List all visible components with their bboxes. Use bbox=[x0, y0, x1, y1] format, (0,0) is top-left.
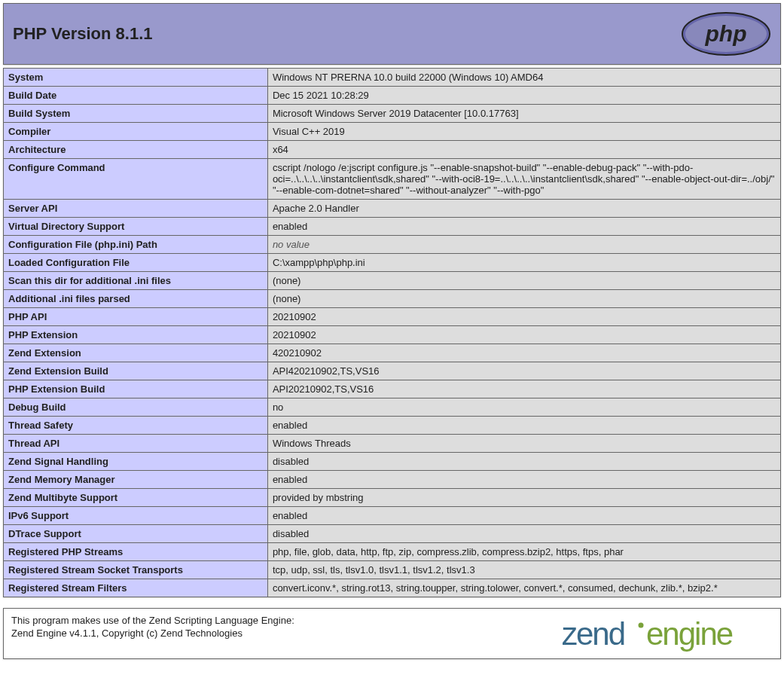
svg-point-4 bbox=[639, 623, 644, 628]
table-row: Zend Extension420210902 bbox=[4, 344, 781, 362]
table-row: SystemWindows NT PRERNA 10.0 build 22000… bbox=[4, 69, 781, 87]
info-value: Dec 15 2021 10:28:29 bbox=[267, 87, 780, 105]
info-label: Architecture bbox=[4, 141, 268, 159]
page-title: PHP Version 8.1.1 bbox=[13, 24, 152, 44]
table-row: Configure Commandcscript /nologo /e:jscr… bbox=[4, 159, 781, 200]
info-value: convert.iconv.*, string.rot13, string.to… bbox=[267, 579, 780, 597]
table-row: Configuration File (php.ini) Pathno valu… bbox=[4, 236, 781, 254]
table-row: PHP Extension BuildAPI20210902,TS,VS16 bbox=[4, 380, 781, 398]
info-label: Virtual Directory Support bbox=[4, 218, 268, 236]
info-value: enabled bbox=[267, 507, 780, 525]
info-label: Zend Extension Build bbox=[4, 362, 268, 380]
info-label: Registered PHP Streams bbox=[4, 543, 268, 561]
info-label: Compiler bbox=[4, 123, 268, 141]
info-value: x64 bbox=[267, 141, 780, 159]
info-label: Registered Stream Filters bbox=[4, 579, 268, 597]
info-label: Zend Multibyte Support bbox=[4, 489, 268, 507]
info-value: no value bbox=[267, 236, 780, 254]
info-value: (none) bbox=[267, 272, 780, 290]
table-row: Thread APIWindows Threads bbox=[4, 435, 781, 453]
info-label: Build System bbox=[4, 105, 268, 123]
svg-text:php: php bbox=[705, 21, 747, 46]
info-value: Apache 2.0 Handler bbox=[267, 200, 780, 218]
info-value: enabled bbox=[267, 417, 780, 435]
info-label: Thread Safety bbox=[4, 417, 268, 435]
table-row: Build SystemMicrosoft Windows Server 201… bbox=[4, 105, 781, 123]
info-value: no bbox=[267, 398, 780, 417]
info-value: API420210902,TS,VS16 bbox=[267, 362, 780, 380]
info-value: Windows NT PRERNA 10.0 build 22000 (Wind… bbox=[267, 69, 780, 87]
info-label: IPv6 Support bbox=[4, 507, 268, 525]
zend-credits: This program makes use of the Zend Scrip… bbox=[3, 608, 781, 659]
info-value: provided by mbstring bbox=[267, 489, 780, 507]
zend-line1: This program makes use of the Zend Scrip… bbox=[11, 615, 294, 626]
info-value: disabled bbox=[267, 525, 780, 543]
table-row: Zend Memory Managerenabled bbox=[4, 471, 781, 489]
svg-text:zend: zend bbox=[562, 616, 624, 652]
info-value: enabled bbox=[267, 218, 780, 236]
table-row: Zend Extension BuildAPI420210902,TS,VS16 bbox=[4, 362, 781, 380]
info-label: Thread API bbox=[4, 435, 268, 453]
table-row: Registered Stream Filtersconvert.iconv.*… bbox=[4, 579, 781, 597]
info-label: PHP Extension Build bbox=[4, 380, 268, 398]
table-row: Loaded Configuration FileC:\xampp\php\ph… bbox=[4, 254, 781, 272]
zend-engine-logo-icon: zend engine bbox=[562, 615, 773, 652]
info-value: Windows Threads bbox=[267, 435, 780, 453]
info-value: enabled bbox=[267, 471, 780, 489]
info-value: tcp, udp, ssl, tls, tlsv1.0, tlsv1.1, tl… bbox=[267, 561, 780, 579]
info-label: Debug Build bbox=[4, 398, 268, 417]
info-value: Visual C++ 2019 bbox=[267, 123, 780, 141]
table-row: PHP Extension20210902 bbox=[4, 326, 781, 344]
info-value: 20210902 bbox=[267, 326, 780, 344]
info-label: Additional .ini files parsed bbox=[4, 290, 268, 308]
info-label: Zend Signal Handling bbox=[4, 453, 268, 471]
phpinfo-table: SystemWindows NT PRERNA 10.0 build 22000… bbox=[3, 68, 781, 597]
table-row: Server APIApache 2.0 Handler bbox=[4, 200, 781, 218]
table-row: Zend Multibyte Supportprovided by mbstri… bbox=[4, 489, 781, 507]
info-label: System bbox=[4, 69, 268, 87]
info-value: disabled bbox=[267, 453, 780, 471]
info-value: php, file, glob, data, http, ftp, zip, c… bbox=[267, 543, 780, 561]
info-label: Server API bbox=[4, 200, 268, 218]
table-row: Registered Stream Socket Transportstcp, … bbox=[4, 561, 781, 579]
info-value: C:\xampp\php\php.ini bbox=[267, 254, 780, 272]
table-row: Registered PHP Streamsphp, file, glob, d… bbox=[4, 543, 781, 561]
zend-line2: Zend Engine v4.1.1, Copyright (c) Zend T… bbox=[11, 628, 243, 639]
table-row: Thread Safetyenabled bbox=[4, 417, 781, 435]
info-value: 20210902 bbox=[267, 308, 780, 326]
table-row: DTrace Supportdisabled bbox=[4, 525, 781, 543]
info-label: PHP API bbox=[4, 308, 268, 326]
info-label: Zend Extension bbox=[4, 344, 268, 362]
info-value: 420210902 bbox=[267, 344, 780, 362]
table-row: Additional .ini files parsed(none) bbox=[4, 290, 781, 308]
info-value: (none) bbox=[267, 290, 780, 308]
zend-text: This program makes use of the Zend Scrip… bbox=[11, 615, 294, 640]
table-row: Debug Buildno bbox=[4, 398, 781, 417]
info-label: Configure Command bbox=[4, 159, 268, 200]
info-value: API20210902,TS,VS16 bbox=[267, 380, 780, 398]
table-row: PHP API20210902 bbox=[4, 308, 781, 326]
table-row: IPv6 Supportenabled bbox=[4, 507, 781, 525]
php-logo-icon: php bbox=[681, 11, 771, 56]
info-label: PHP Extension bbox=[4, 326, 268, 344]
table-row: CompilerVisual C++ 2019 bbox=[4, 123, 781, 141]
table-row: Zend Signal Handlingdisabled bbox=[4, 453, 781, 471]
info-label: Loaded Configuration File bbox=[4, 254, 268, 272]
info-label: Build Date bbox=[4, 87, 268, 105]
table-row: Build DateDec 15 2021 10:28:29 bbox=[4, 87, 781, 105]
svg-text:engine: engine bbox=[646, 616, 733, 652]
info-label: Scan this dir for additional .ini files bbox=[4, 272, 268, 290]
info-label: DTrace Support bbox=[4, 525, 268, 543]
table-row: Virtual Directory Supportenabled bbox=[4, 218, 781, 236]
table-row: Scan this dir for additional .ini files(… bbox=[4, 272, 781, 290]
table-row: Architecturex64 bbox=[4, 141, 781, 159]
info-label: Registered Stream Socket Transports bbox=[4, 561, 268, 579]
info-value: Microsoft Windows Server 2019 Datacenter… bbox=[267, 105, 780, 123]
info-label: Zend Memory Manager bbox=[4, 471, 268, 489]
page-header: PHP Version 8.1.1 php bbox=[3, 3, 781, 65]
info-value: cscript /nologo /e:jscript configure.js … bbox=[267, 159, 780, 200]
info-label: Configuration File (php.ini) Path bbox=[4, 236, 268, 254]
